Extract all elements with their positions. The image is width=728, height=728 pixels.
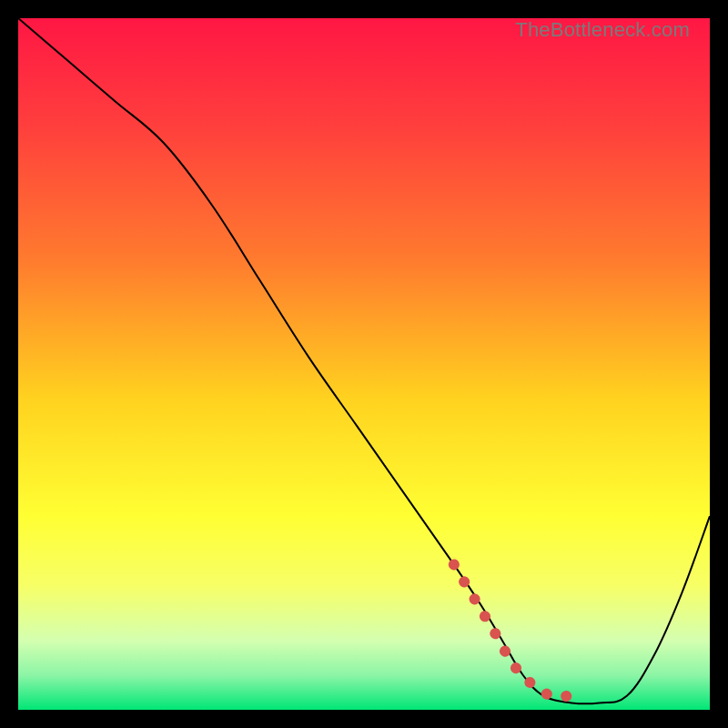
chart-frame: TheBottleneck.com bbox=[18, 18, 710, 710]
watermark-text: TheBottleneck.com bbox=[515, 18, 690, 42]
chart-background bbox=[18, 18, 710, 710]
chart-svg bbox=[18, 18, 710, 710]
